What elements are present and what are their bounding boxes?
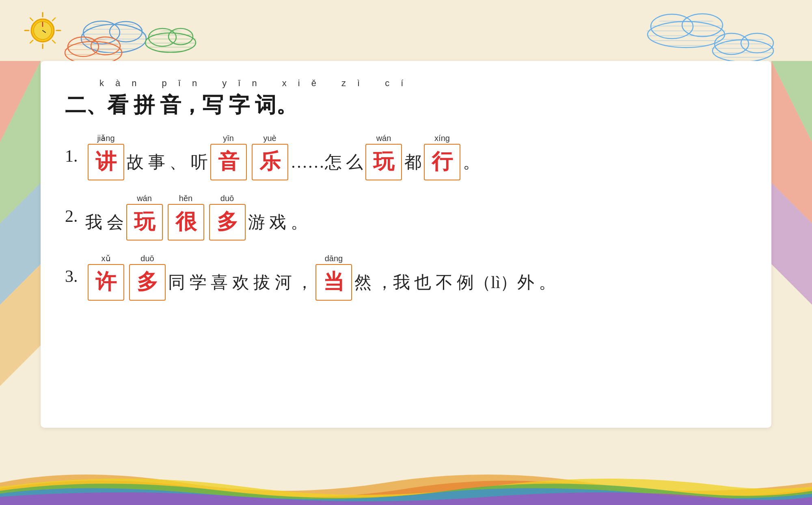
pinyin-wan1: wán	[376, 132, 391, 144]
title-pinyin: kàn pīn yīn xiě zì cí	[99, 77, 747, 90]
char-box-yue: 乐	[252, 144, 288, 180]
svg-point-54	[741, 33, 773, 53]
text-period1: 。	[463, 144, 480, 180]
pinyin-jiang: jiǎng	[97, 132, 114, 144]
text-youxi: 游 戏 。	[248, 204, 308, 241]
pinyin-dang: dāng	[325, 253, 343, 264]
exercise-2: 2. 我 会 wán 玩 hěn 很 duō 多 游 戏 。	[65, 193, 747, 241]
sun-decoration	[18, 6, 67, 55]
char-group-yin: yīn 音	[210, 132, 247, 180]
char-box-wan2: 玩	[126, 204, 163, 241]
exercise-3: 3. xǔ 许 duō 多 同 学 喜 欢 拔 河 ， dāng 当 然 ，我 …	[65, 253, 747, 301]
char-group-xing: xíng 行	[424, 132, 460, 180]
char-group-yue: yuè 乐	[252, 132, 288, 180]
pinyin-hen: hěn	[179, 193, 192, 204]
char-box-jiang: 讲	[88, 144, 124, 180]
char-group-hen: hěn 很	[168, 193, 204, 241]
svg-line-9	[52, 18, 55, 21]
char-box-xing: 行	[424, 144, 460, 180]
exercise-1-number: 1.	[65, 146, 81, 166]
svg-line-11	[52, 40, 55, 43]
char-box-xu: 许	[88, 264, 124, 301]
exercise-1: 1. jiǎng 讲 故 事 、 听 yīn 音 yuè 乐 ……怎 么 wán	[65, 132, 747, 180]
exercise-1-line: 1. jiǎng 讲 故 事 、 听 yīn 音 yuè 乐 ……怎 么 wán	[65, 132, 747, 180]
char-group-dang: dāng 当	[315, 253, 352, 301]
wave-bottom	[0, 424, 812, 505]
char-box-wan1: 玩	[365, 144, 402, 180]
text-wohui: 我 会	[85, 204, 124, 241]
left-strip	[0, 61, 41, 427]
cloud-top-green	[142, 24, 199, 53]
char-group-duo1: duō 多	[209, 193, 246, 241]
svg-line-8	[30, 18, 33, 21]
pinyin-yue: yuè	[263, 132, 276, 144]
title-text: 二、看 拼 音，写 字 词。	[65, 93, 297, 117]
text-gushi: 故 事 、 听	[127, 144, 208, 180]
svg-line-10	[30, 40, 33, 43]
exercise-3-line: 3. xǔ 许 duō 多 同 学 喜 欢 拔 河 ， dāng 当 然 ，我 …	[65, 253, 747, 301]
svg-point-52	[713, 40, 773, 62]
exercise-2-line: 2. 我 会 wán 玩 hěn 很 duō 多 游 戏 。	[65, 193, 747, 241]
pinyin-xing: xíng	[434, 132, 450, 144]
char-box-duo1: 多	[209, 204, 246, 241]
char-group-jiang: jiǎng 讲	[88, 132, 124, 180]
char-group-wan1: wán 玩	[365, 132, 402, 180]
pinyin-yin: yīn	[223, 132, 234, 144]
char-box-hen: 很	[168, 204, 204, 241]
exercise-3-number: 3.	[65, 266, 81, 286]
text-zenme: ……怎 么	[291, 144, 363, 180]
text-dou: 都	[404, 144, 421, 180]
char-group-duo2: duō 多	[129, 253, 166, 301]
cloud-topright-2	[706, 28, 780, 63]
pinyin-duo2: duō	[140, 253, 154, 264]
text-tongxue: 同 学 喜 欢 拔 河 ，	[168, 264, 313, 301]
pinyin-duo1: duō	[220, 193, 234, 204]
pinyin-xu: xǔ	[102, 253, 111, 264]
cloud-topleft-orange	[61, 33, 126, 65]
text-ran: 然 ，我 也 不 例（lì）外 。	[354, 264, 556, 301]
main-content: kàn pīn yīn xiě zì cí 二、看 拼 音，写 字 词。 1. …	[41, 61, 771, 428]
pinyin-wan2: wán	[137, 193, 152, 204]
char-box-yin: 音	[210, 144, 247, 180]
char-group-xu: xǔ 许	[88, 253, 124, 301]
exercise-2-number: 2.	[65, 206, 81, 226]
char-box-dang: 当	[315, 264, 352, 301]
right-strip	[771, 61, 812, 427]
section-title: kàn pīn yīn xiě zì cí 二、看 拼 音，写 字 词。	[65, 77, 747, 120]
char-group-wan2: wán 玩	[126, 193, 163, 241]
char-box-duo2: 多	[129, 264, 166, 301]
